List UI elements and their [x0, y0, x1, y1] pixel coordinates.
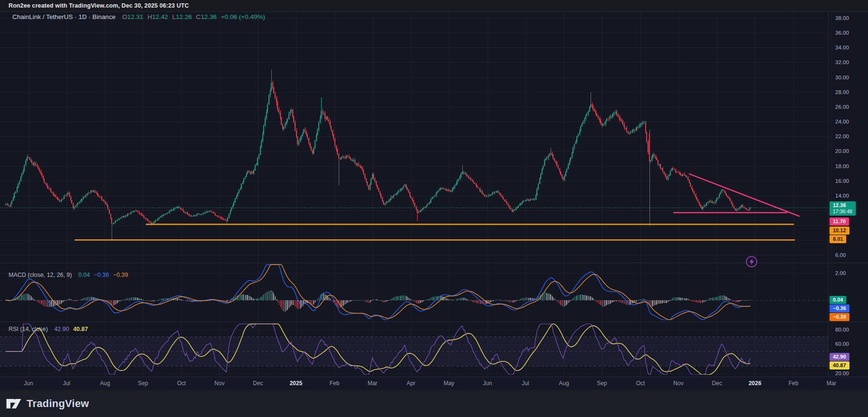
time-axis-label: Jun: [483, 380, 492, 387]
price-label-chip: 42.90: [830, 353, 849, 361]
price-axis-label: 36.00: [835, 30, 849, 36]
price-axis-label: 38.00: [835, 15, 849, 21]
time-axis-label: Jul: [63, 380, 70, 387]
rsi-axis-label: 60.00: [835, 341, 849, 347]
symbol-title: ChainLink / TetherUS · 1D · Binance: [12, 13, 115, 20]
time-axis-label: Sep: [597, 380, 607, 387]
price-label-chip: −0.39: [830, 313, 849, 321]
time-axis-label: Aug: [559, 380, 569, 387]
time-axis-label: 2025: [290, 380, 303, 387]
time-axis-label: Aug: [100, 380, 110, 387]
time-axis-label: Apr: [407, 380, 416, 387]
price-axis-label: 24.00: [835, 119, 849, 124]
price-label-chip: −0.36: [830, 304, 849, 313]
time-axis-label: Nov: [673, 380, 683, 387]
time-axis[interactable]: JunJulAugSepOctNovDec2025FebMarAprMayJun…: [0, 377, 868, 390]
price-axis-label: 20.00: [835, 148, 849, 154]
price-label-chip: 0.04: [830, 296, 846, 304]
time-axis-label: 2026: [749, 380, 762, 387]
change-value: +0.06 (+0.49%): [221, 13, 265, 20]
countdown-timer: 17:36:48: [833, 208, 852, 215]
tradingview-logo-text: TradingView: [27, 398, 89, 410]
macd-line-value: −0.36: [94, 272, 109, 278]
price-label-chip: 11.70: [830, 218, 849, 226]
price-label-chip: 10.12: [830, 227, 849, 235]
price-axis-label: 22.00: [835, 133, 849, 139]
watermark-bar: Ron2ee created with TradingView.com, Dec…: [0, 0, 868, 12]
macd-hist-value: 0.04: [78, 272, 90, 278]
tradingview-logo-icon: [6, 397, 22, 411]
time-axis-label: Feb: [330, 380, 340, 387]
price-axis-label: 6.00: [835, 252, 846, 258]
time-axis-label: Feb: [789, 380, 799, 387]
price-axis-label: 30.00: [835, 75, 849, 80]
close-value: 12.36: [200, 13, 217, 20]
macd-signal-value: −0.39: [113, 272, 128, 278]
rsi-value: 42.90: [54, 326, 69, 332]
price-axis-label: 34.00: [835, 45, 849, 50]
price-axis-label: 28.00: [835, 89, 849, 95]
time-axis-label: Oct: [636, 380, 645, 387]
price-axis-label: 18.00: [835, 163, 849, 169]
rsi-legend[interactable]: RSI (14, close) 42.90 40.87: [9, 326, 88, 332]
low-value: 12.26: [176, 13, 192, 20]
footer: TradingView: [0, 390, 868, 417]
macd-axis-label: 2.00: [835, 270, 846, 276]
rsi-axis-label: 20.00: [835, 370, 849, 376]
time-axis-label: May: [444, 380, 455, 387]
price-axis-label: 32.00: [835, 59, 849, 65]
open-value: 12.31: [127, 13, 143, 20]
time-axis-label: Jun: [24, 380, 33, 387]
rsi-title: RSI (14, close): [9, 326, 48, 332]
close-label: C: [196, 13, 201, 20]
high-value: 12.42: [152, 13, 168, 20]
time-axis-label: Nov: [214, 380, 224, 387]
price-axis-label: 14.00: [835, 193, 849, 199]
time-axis-label: Sep: [138, 380, 148, 387]
time-axis-label: Mar: [368, 380, 378, 387]
price-label-chip: 40.87: [830, 361, 849, 370]
time-axis-label: Mar: [827, 380, 837, 387]
price-axis-label: 26.00: [835, 104, 849, 110]
flash-marker-icon: [746, 256, 757, 267]
macd-title: MACD (close, 12, 26, 9): [9, 272, 72, 278]
price-label-chip: 12.3617:36:48: [830, 201, 856, 216]
watermark-text: Ron2ee created with TradingView.com, Dec…: [9, 2, 189, 9]
price-label-chip: 8.01: [830, 235, 846, 243]
rsi-axis-label: 80.00: [835, 327, 849, 332]
high-label: H: [147, 13, 152, 20]
time-axis-label: Jul: [522, 380, 529, 387]
low-label: L: [172, 13, 176, 20]
time-axis-label: Dec: [712, 380, 722, 387]
rsi-ma-value: 40.87: [73, 326, 88, 332]
symbol-legend[interactable]: ChainLink / TetherUS · 1D · Binance O12.…: [12, 13, 265, 20]
time-axis-label: Dec: [253, 380, 263, 387]
macd-legend[interactable]: MACD (close, 12, 26, 9) 0.04 −0.36 −0.39: [9, 272, 128, 278]
chart-canvas[interactable]: [0, 0, 868, 417]
price-axis-label: 16.00: [835, 178, 849, 184]
open-label: O: [122, 13, 127, 20]
time-axis-label: Oct: [177, 380, 186, 387]
